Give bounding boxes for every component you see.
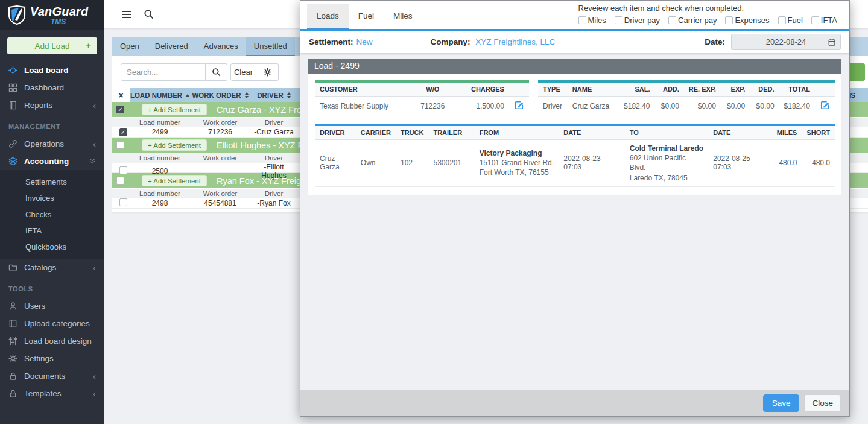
sidebar-item-upload-categories[interactable]: Upload categories [0,315,104,332]
sidebar-subitem-ifta[interactable]: IFTA [0,223,104,239]
modal-tab-miles[interactable]: Miles [384,4,422,29]
pay-table: TYPE NAME SAL. ADD. RE. EXP. EXP. DED. T… [538,80,835,116]
app-screen: VanGuard TMS Add Load + Load board Dashb… [0,0,868,424]
tab-delivered[interactable]: Delivered [147,37,196,56]
cell-driver: Cruz Garza [315,140,356,187]
sidebar-subitem-invoices[interactable]: Invoices [0,190,104,206]
cell-short: 480.0 [802,140,835,187]
sidebar-item-users[interactable]: Users [0,297,104,315]
sidebar-item-settings[interactable]: Settings [0,350,104,367]
clear-selection-icon[interactable]: × [112,88,130,102]
group-checkbox[interactable] [116,177,124,185]
chevron-left-icon: ‹ [93,262,96,273]
sidebar-item-load-board[interactable]: Load board [0,62,104,79]
shield-logo-icon [8,5,26,25]
cell-load-number: 2498 [130,199,190,207]
cell-customer: Texas Rubber Supply [315,97,407,116]
cell-name: Cruz Garza [568,97,619,116]
group-checkbox[interactable] [116,141,124,149]
accounting-subnav: Settlements Invoices Checks IFTA Quickbo… [0,170,104,259]
group-checkbox[interactable] [116,106,124,113]
close-button[interactable]: Close [804,394,841,412]
user-icon [8,302,17,311]
sidebar-item-documents[interactable]: Documents ‹ [0,367,104,385]
sidebar-item-templates[interactable]: Templates ‹ [0,385,104,402]
cell-load-number: 2500 [130,167,190,176]
menu-toggle-icon[interactable] [122,11,131,18]
trip-table: DRIVER CARRIER TRUCK TRAILER FROM DATE T… [315,124,835,187]
cell-ded: $0.00 [750,97,779,116]
miles-checkbox[interactable] [578,16,586,24]
brand-name: VanGuard [30,5,88,17]
cell-wo: 712236 [407,97,458,116]
cell-work-order: 45454881 [190,199,250,207]
col-header-load-number[interactable]: LOAD NUMBER [130,88,190,102]
search-icon[interactable] [144,9,154,19]
col-header-driver[interactable]: DRIVER [250,88,297,102]
cell-miles: 480.0 [772,140,802,187]
search-input[interactable] [121,63,206,81]
date-input[interactable]: 2022-08-24 [731,34,841,50]
expenses-checkbox[interactable] [725,16,733,24]
modal-header: Loads Fuel Miles Reveiew each item and c… [300,1,849,29]
sidebar-subitem-checks[interactable]: Checks [0,206,104,223]
company-value-link[interactable]: XYZ Freightlines, LLC [475,37,555,46]
sort-icon [245,92,249,98]
row-checkbox[interactable] [119,128,127,136]
ifta-checkbox[interactable] [811,16,819,24]
tab-advances[interactable]: Advances [196,37,246,56]
review-checkboxes: Miles Driver pay Carrier pay Expenses Fu… [578,16,837,25]
modal-tab-loads[interactable]: Loads [307,4,349,29]
fuel-checkbox[interactable] [778,16,786,24]
col-header-work-order[interactable]: WORK ORDER [190,88,250,102]
row-checkbox[interactable] [119,198,127,206]
sidebar: VanGuard TMS Add Load + Load board Dashb… [0,0,104,424]
cell-re-exp: $0.00 [684,97,721,116]
add-settlement-button[interactable]: + Add Settlement [142,175,207,186]
sidebar-subitem-settlements[interactable]: Settlements [0,174,104,190]
sidebar-item-catalogs[interactable]: Catalogs ‹ [0,259,104,276]
sidebar-item-accounting[interactable]: Accounting [0,153,104,170]
edit-pay-icon[interactable] [820,100,830,110]
clear-button[interactable]: Clear [230,63,256,81]
cell-from: Victory Packaging 15101 Grand River Rd. … [475,140,559,187]
sidebar-item-load-board-design[interactable]: Load board design [0,332,104,350]
save-button[interactable]: Save [763,394,800,412]
cell-load-number: 2499 [130,128,190,136]
driver-pay-checkbox[interactable] [615,16,622,24]
date-label: Date: [705,37,725,46]
lock-icon [8,389,17,398]
cell-total: $182.40 [779,97,815,116]
target-icon [8,66,17,75]
carrier-pay-checkbox[interactable] [668,16,676,24]
sidebar-item-operations[interactable]: Operations ‹ [0,135,104,153]
load-detail-panel: CUSTOMER W/O CHARGES Texas Rubber Supply… [308,74,841,195]
add-settlement-button[interactable]: + Add Settlement [142,139,207,151]
tab-unsettled[interactable]: Unsettled [246,37,295,56]
tab-open[interactable]: Open [112,37,147,56]
layers-icon [8,157,17,166]
table-settings-button[interactable] [256,63,279,81]
lock-icon [8,372,17,381]
double-chevron-down-icon [89,156,96,166]
link-icon [8,139,17,148]
add-settlement-button[interactable]: + Add Settlement [142,104,207,115]
cell-trailer: 5300201 [428,140,474,187]
sidebar-item-dashboard[interactable]: Dashboard [0,79,104,97]
modal-footer: Save Close [300,390,849,416]
grid-icon [8,83,17,92]
sidebar-item-reports[interactable]: Reports ‹ [0,97,104,114]
settlement-modal: Loads Fuel Miles Reveiew each item and c… [300,0,850,417]
row-checkbox[interactable] [119,166,127,174]
settlement-label: Settlement: [309,37,353,46]
cell-type: Driver [538,97,568,116]
edit-charges-icon[interactable] [514,100,524,110]
sidebar-section-management: MANAGEMENT [0,114,104,135]
gear-icon [263,68,272,77]
sidebar-subitem-quickbooks[interactable]: Quickbooks [0,239,104,255]
add-load-button[interactable]: Add Load + [7,37,97,54]
modal-tab-fuel[interactable]: Fuel [349,4,384,29]
settlement-value-link[interactable]: New [356,37,373,46]
sidebar-nav: Load board Dashboard Reports ‹ MANAGEMEN… [0,62,104,402]
search-button[interactable] [206,63,227,81]
